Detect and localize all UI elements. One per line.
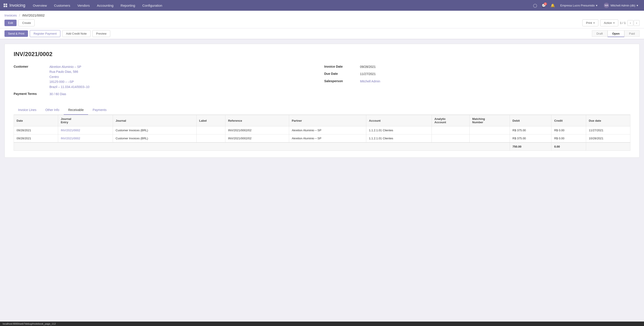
company-selector[interactable]: Empresa Lucro Presumido ▾: [558, 2, 600, 8]
invoice-date-value: 09/28/2021: [360, 64, 376, 69]
row1-date: 09/28/2021: [14, 126, 58, 135]
due-date-value: 11/27/2021: [360, 71, 376, 76]
totals-credit: 0.00: [552, 143, 586, 151]
chat-badge: 1: [544, 2, 547, 5]
preview-button[interactable]: Preview: [92, 30, 110, 37]
row1-debit: R$ 375.00: [510, 126, 552, 135]
send-print-button[interactable]: Send & Print: [4, 30, 28, 37]
payment-terms-label: Payment Terms: [14, 92, 50, 96]
col-journal: Journal: [113, 115, 196, 126]
row2-partner: Akretion Aluminio – SP: [289, 135, 366, 143]
status-open: Open: [608, 30, 624, 37]
payment-terms-field-row: Payment Terms 30 / 60 Dias: [14, 92, 320, 96]
activity-icon[interactable]: 🔔: [549, 2, 556, 9]
app-logo[interactable]: Invoicing: [4, 3, 25, 8]
row2-due-date: 10/28/2021: [586, 135, 630, 143]
row1-analytic: [432, 126, 469, 135]
row1-label: [196, 126, 225, 135]
payment-terms-value: 30 / 60 Dias: [50, 92, 66, 96]
breadcrumb: Invoices / INV/2021/0002: [4, 13, 640, 17]
col-date: Date: [14, 115, 58, 126]
customer-address4: Brazil – 11.034.414/0003–10: [50, 84, 90, 89]
breadcrumb-bar: Invoices / INV/2021/0002 Edit Create Pri…: [0, 11, 644, 28]
status-workflow: Draft Open Paid: [592, 30, 640, 37]
print-button[interactable]: Print ▾: [582, 19, 598, 26]
company-name: Empresa Lucro Presumido: [560, 4, 595, 7]
col-analytic-account: AnalyticAccount: [432, 115, 469, 126]
register-payment-button[interactable]: Register Payment: [30, 30, 60, 37]
row2-credit: R$ 0.00: [552, 135, 586, 143]
due-date-label: Due Date: [324, 71, 360, 75]
create-button[interactable]: Create: [18, 19, 35, 26]
row2-account: 1.1.2.1.01 Clientes: [366, 135, 432, 143]
app-name: Invoicing: [10, 3, 25, 8]
col-account: Account: [366, 115, 432, 126]
row2-journal: Customer Invoices (BRL): [113, 135, 196, 143]
customer-label: Customer: [14, 64, 50, 68]
breadcrumb-separator: /: [19, 13, 20, 17]
row2-reference: INV/2021/0002/02: [225, 135, 289, 143]
salesperson-value: Mitchell Admin: [360, 79, 380, 84]
action-toolbar: Send & Print Register Payment Add Credit…: [0, 28, 644, 39]
row2-debit: R$ 375.00: [510, 135, 552, 143]
customer-address3: 18125-000 – –SP: [50, 79, 90, 84]
col-due-date: Due date: [586, 115, 630, 126]
table-row: 09/28/2021 INV/2021/0002 Customer Invoic…: [14, 126, 630, 135]
nav-configuration[interactable]: Configuration: [139, 0, 165, 11]
next-arrow[interactable]: ›: [634, 20, 640, 26]
salesperson-label: Salesperson: [324, 79, 360, 83]
nav-accounting[interactable]: Accounting: [94, 0, 116, 11]
invoice-date-label: Invoice Date: [324, 64, 360, 68]
breadcrumb-parent[interactable]: Invoices: [4, 13, 17, 17]
user-menu[interactable]: MA Mitchell Admin (db) ▾: [602, 1, 640, 9]
totals-row: 750.00 0.00: [14, 143, 630, 151]
tab-receivable[interactable]: Receivable: [64, 105, 88, 115]
prev-arrow[interactable]: ‹: [628, 20, 633, 26]
row1-matching: [469, 126, 510, 135]
row2-journal-entry[interactable]: INV/2021/0002: [58, 135, 113, 143]
pagination-nav: ‹ ›: [628, 20, 640, 26]
customer-field-row: Customer Akretion Aluminio – SP Rua Paul…: [14, 64, 320, 89]
salesperson-field-row: Salesperson Mitchell Admin: [324, 79, 630, 84]
status-paid: Paid: [624, 30, 640, 37]
row1-journal: Customer Invoices (BRL): [113, 126, 196, 135]
row1-journal-entry[interactable]: INV/2021/0002: [58, 126, 113, 135]
status-draft: Draft: [592, 30, 608, 37]
customer-name[interactable]: Akretion Aluminio – SP: [50, 64, 90, 69]
breadcrumb-current: INV/2021/0002: [22, 13, 45, 17]
totals-due-date: [586, 143, 630, 151]
row1-credit: R$ 0.00: [552, 126, 586, 135]
nav-overview[interactable]: Overview: [30, 0, 50, 11]
row2-matching: [469, 135, 510, 143]
row1-reference: INV/2021/0002/02: [225, 126, 289, 135]
tab-invoice-lines[interactable]: Invoice Lines: [14, 105, 41, 115]
action-caret: ▾: [613, 22, 614, 24]
add-credit-note-button[interactable]: Add Credit Note: [62, 30, 90, 37]
due-date-field-row: Due Date 11/27/2021: [324, 71, 630, 76]
help-icon[interactable]: ◯: [532, 2, 538, 9]
customer-value: Akretion Aluminio – SP Rua Paulo Dias, 5…: [50, 64, 90, 89]
nav-customers[interactable]: Customers: [51, 0, 74, 11]
row1-account: 1.1.2.1.01 Clientes: [366, 126, 432, 135]
tab-other-info[interactable]: Other Info: [41, 105, 64, 115]
user-avatar: MA: [604, 3, 609, 8]
user-name: Mitchell Admin (db): [610, 4, 635, 7]
tab-payments[interactable]: Payments: [88, 105, 111, 115]
invoice-title: INV/2021/0002: [14, 51, 630, 58]
nav-reporting[interactable]: Reporting: [118, 0, 138, 11]
nav-vendors[interactable]: Vendors: [74, 0, 93, 11]
invoice-card: INV/2021/0002 Customer Akretion Aluminio…: [4, 44, 640, 158]
customer-address1: Rua Paulo Dias, 586: [50, 69, 90, 74]
print-caret: ▾: [594, 22, 594, 24]
receivable-table: Date JournalEntry Journal Label Referenc…: [14, 115, 630, 151]
col-journal-entry: JournalEntry: [58, 115, 113, 126]
edit-button[interactable]: Edit: [4, 20, 16, 26]
main-content: INV/2021/0002 Customer Akretion Aluminio…: [0, 39, 644, 162]
company-caret: ▾: [596, 4, 598, 7]
chat-icon[interactable]: 💬 1: [540, 2, 548, 9]
grid-icon: [4, 3, 7, 7]
totals-debit: 750.00: [510, 143, 552, 151]
col-partner: Partner: [289, 115, 366, 126]
action-button[interactable]: Action ▾: [600, 19, 618, 26]
user-caret: ▾: [636, 4, 638, 7]
